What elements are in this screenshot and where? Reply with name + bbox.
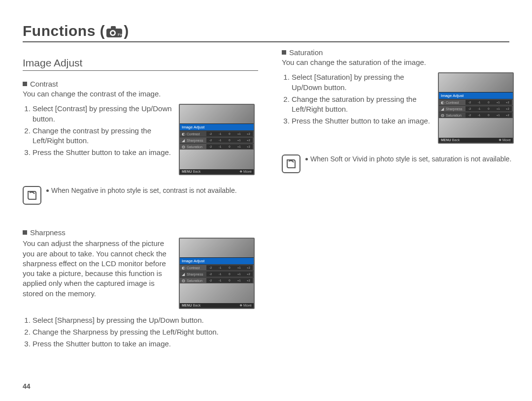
contrast-heading: Contrast (30, 80, 58, 88)
lcd-preview-saturation: Image Adjust ◐Contrast-2-10+1+2 ◢Sharpne… (438, 72, 514, 144)
square-bullet-icon (23, 230, 27, 235)
sharpness-heading: Sharpness (30, 228, 66, 237)
list-item: Select [Contrast] by pressing the Up/Dow… (33, 104, 173, 124)
list-item: Change the contrast by pressing the Left… (33, 126, 173, 146)
contrast-desc: You can change the contrast of the image… (23, 89, 258, 99)
sharpness-steps: Select [Sharpness] by pressing the Up/Do… (23, 315, 268, 349)
bullet-icon (46, 189, 49, 192)
contrast-block: Contrast You can change the contrast of … (23, 80, 258, 205)
lcd-preview-contrast: Image Adjust ◐Contrast-2-10+1+2 ◢Sharpne… (179, 104, 255, 175)
list-item: Press the Shutter button to take an imag… (292, 116, 432, 126)
list-item: Select [Saturation] by pressing the Up/D… (292, 72, 432, 93)
svg-rect-1 (111, 26, 116, 29)
note-icon (23, 186, 41, 205)
bullet-icon (305, 158, 308, 160)
list-item: Press the Shutter button to take an imag… (33, 339, 268, 349)
square-bullet-icon (23, 82, 27, 86)
saturation-steps: Select [Saturation] by pressing the Up/D… (282, 72, 432, 126)
list-item: Press the Shutter button to take an imag… (33, 148, 173, 157)
right-column: Saturation You can change the saturation… (282, 48, 514, 357)
saturation-note: When Soft or Vivid in photo style is set… (282, 154, 514, 173)
section-subheading: Image Adjust (23, 48, 258, 71)
list-item: Change the saturation by pressing the Le… (292, 94, 432, 115)
saturation-note-text: When Soft or Vivid in photo style is set… (310, 155, 511, 163)
note-icon (282, 154, 300, 173)
saturation-desc: You can change the saturation of the ima… (282, 58, 514, 67)
contrast-note-text: When Negative in photo style is set, con… (51, 186, 237, 194)
contrast-steps: Select [Contrast] by pressing the Up/Dow… (23, 104, 173, 157)
page-title-prefix: Functions ( (23, 23, 105, 41)
list-item: Select [Sharpness] by pressing the Up/Do… (33, 315, 268, 326)
page-title-row: Functions ( Fn ) (23, 23, 509, 42)
lcd-preview-sharpness: Image Adjust ◐Contrast-2-10+1+2 ◢Sharpne… (179, 238, 255, 309)
sharpness-desc: You can adjust the sharpness of the pict… (23, 239, 173, 299)
left-column: Image Adjust Contrast You can change the… (23, 48, 258, 357)
contrast-note: When Negative in photo style is set, con… (23, 186, 258, 205)
camera-fn-icon: Fn (106, 26, 123, 38)
list-item: Change the Sharpness by pressing the Lef… (33, 327, 268, 338)
lcd-menu-title: Image Adjust (439, 93, 513, 99)
sharpness-block: Sharpness You can adjust the sharpness o… (23, 228, 258, 349)
page-title-suffix: ) (124, 23, 129, 41)
square-bullet-icon (282, 50, 286, 55)
lcd-menu-title: Image Adjust (180, 258, 254, 264)
lcd-menu-title: Image Adjust (180, 124, 254, 130)
page-number: 44 (23, 382, 31, 390)
svg-text:Fn: Fn (118, 32, 122, 37)
svg-point-3 (111, 31, 114, 34)
saturation-heading: Saturation (289, 48, 323, 57)
